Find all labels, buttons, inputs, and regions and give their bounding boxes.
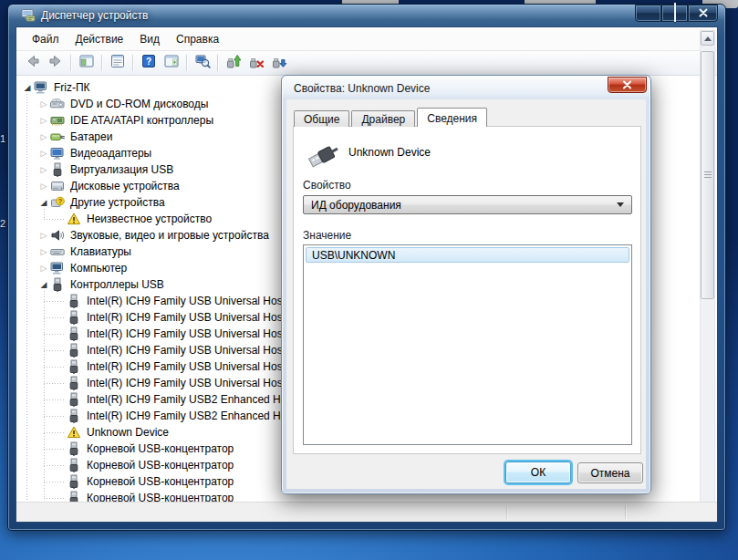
usb-icon bbox=[67, 327, 85, 341]
value-label: Значение bbox=[303, 229, 351, 242]
tab-general[interactable]: Общие bbox=[294, 110, 349, 127]
close-button[interactable] bbox=[688, 5, 718, 22]
maximize-icon bbox=[674, 5, 676, 22]
tree-item-label: Другие устройства bbox=[68, 196, 167, 209]
list-item-selected[interactable]: USB\UNKNOWN bbox=[306, 247, 629, 263]
usb-icon bbox=[67, 458, 85, 472]
usb-device-icon bbox=[306, 141, 342, 174]
other-devices-icon: ? bbox=[50, 195, 68, 210]
ide-controller-icon bbox=[50, 113, 68, 128]
tab-details[interactable]: Сведения bbox=[417, 108, 487, 127]
expand-arrow-icon[interactable]: ▷ bbox=[37, 129, 50, 145]
menu-item-file[interactable]: Файл bbox=[24, 29, 68, 49]
audio-icon bbox=[50, 228, 68, 243]
computer-icon bbox=[34, 80, 52, 95]
expand-arrow-icon[interactable]: ▷ bbox=[37, 244, 50, 260]
update-driver-button[interactable] bbox=[222, 53, 244, 74]
help-button[interactable]: ? bbox=[137, 53, 160, 74]
tree-item-label: Intel(R) ICH9 Family USB2 Enhanced Ho bbox=[85, 410, 288, 422]
tree-item-label: Intel(R) ICH9 Family USB Universal Host bbox=[85, 344, 287, 357]
usb-icon bbox=[67, 491, 85, 502]
usb-icon bbox=[67, 441, 85, 456]
expand-arrow-icon[interactable]: ▷ bbox=[37, 161, 50, 178]
usb-icon bbox=[67, 343, 85, 358]
tree-item-label: Корневой USB-концентратор bbox=[85, 492, 235, 502]
tree-item-label: Видеоадаптеры bbox=[68, 147, 153, 160]
tree-item-label: Виртуализация USB bbox=[68, 163, 175, 176]
window-title: Диспетчер устройств bbox=[41, 9, 148, 22]
expand-arrow-icon[interactable]: ▷ bbox=[37, 145, 50, 161]
usb-icon bbox=[67, 392, 85, 407]
usb-icon bbox=[67, 310, 85, 325]
minimize-button[interactable] bbox=[635, 5, 661, 22]
menu-item-view[interactable]: Вид bbox=[131, 29, 168, 49]
update-driver-icon bbox=[225, 53, 242, 73]
battery-icon bbox=[50, 130, 68, 144]
action-pane-button[interactable] bbox=[160, 53, 182, 74]
uninstall-device-button[interactable] bbox=[244, 53, 267, 74]
title-bar[interactable]: Диспетчер устройств bbox=[8, 5, 725, 26]
tree-item-label: Intel(R) ICH9 Family USB Universal Host bbox=[85, 327, 287, 340]
tree-item-label: Intel(R) ICH9 Family USB Universal Host bbox=[85, 311, 287, 324]
tab-strip: Общие Драйвер Сведения bbox=[294, 108, 489, 127]
tree-item-label: Intel(R) ICH9 Family USB Universal Host bbox=[85, 295, 287, 307]
back-button[interactable] bbox=[21, 53, 44, 74]
tree-item-label: Звуковые, видео и игровые устройства bbox=[68, 229, 271, 242]
expand-arrow-icon[interactable]: ▷ bbox=[37, 227, 50, 244]
disable-device-icon bbox=[271, 53, 287, 73]
expand-arrow-icon[interactable]: ▷ bbox=[37, 260, 50, 276]
expand-arrow-icon[interactable]: ▷ bbox=[37, 112, 50, 129]
property-label: Свойство bbox=[303, 179, 351, 192]
tree-item-label: Unknown Device bbox=[85, 426, 171, 439]
desktop-icon-label-fragment: 1 bbox=[0, 133, 5, 144]
tree-item-label: Корневой USB-концентратор bbox=[85, 475, 235, 488]
console-tree-button[interactable] bbox=[75, 53, 98, 74]
usb-icon bbox=[67, 409, 85, 423]
warning-icon bbox=[67, 212, 85, 226]
menu-bar: Файл Действие Вид Справка bbox=[16, 27, 717, 51]
back-icon bbox=[25, 53, 41, 73]
scan-hardware-icon bbox=[194, 53, 211, 73]
tree-scrollbar[interactable] bbox=[700, 30, 715, 520]
desktop-icon-label-fragment: 2 bbox=[0, 218, 5, 229]
scan-hardware-button[interactable] bbox=[191, 53, 213, 74]
properties-button[interactable] bbox=[106, 53, 129, 74]
cancel-button[interactable]: Отмена bbox=[577, 462, 643, 483]
forward-icon bbox=[47, 53, 64, 73]
usb-icon bbox=[50, 277, 68, 292]
disk-drive-icon bbox=[50, 179, 68, 193]
disable-device-button[interactable] bbox=[267, 53, 290, 74]
scrollbar-thumb[interactable] bbox=[701, 51, 714, 299]
property-dropdown[interactable]: ИД оборудования bbox=[303, 195, 632, 214]
collapse-arrow-icon[interactable]: ◢ bbox=[37, 194, 50, 211]
tree-item-label: Батареи bbox=[68, 130, 114, 143]
tab-driver[interactable]: Драйвер bbox=[351, 110, 415, 127]
close-icon bbox=[698, 5, 709, 22]
dialog-client-area: Общие Драйвер Сведения Unknown Device Св… bbox=[286, 99, 646, 489]
expand-arrow-icon[interactable]: ▷ bbox=[37, 96, 50, 112]
tree-item-label: IDE ATA/ATAPI контроллеры bbox=[68, 114, 215, 127]
menu-item-help[interactable]: Справка bbox=[168, 29, 227, 49]
tree-item-label: Intel(R) ICH9 Family USB2 Enhanced Ho bbox=[85, 393, 288, 406]
properties-icon bbox=[109, 53, 126, 73]
scroll-up-button[interactable] bbox=[701, 31, 714, 46]
toolbar-separator bbox=[70, 55, 71, 71]
usb-icon bbox=[67, 376, 85, 390]
value-listbox[interactable]: USB\UNKNOWN bbox=[303, 244, 632, 445]
toolbar-separator bbox=[186, 55, 187, 71]
properties-dialog: Свойства: Unknown Device Общие Драйвер С… bbox=[281, 75, 651, 494]
forward-button[interactable] bbox=[44, 53, 67, 74]
menu-item-action[interactable]: Действие bbox=[68, 29, 132, 49]
property-dropdown-value: ИД оборудования bbox=[311, 199, 401, 212]
dialog-close-button[interactable] bbox=[608, 77, 647, 93]
collapse-arrow-icon[interactable]: ◢ bbox=[21, 79, 34, 96]
toolbar-separator bbox=[217, 55, 218, 71]
ok-button[interactable]: ОК bbox=[505, 461, 571, 483]
tree-item-label: Компьютер bbox=[68, 262, 129, 275]
collapse-arrow-icon[interactable]: ◢ bbox=[37, 276, 50, 293]
usb-icon bbox=[50, 162, 68, 177]
tree-item-label: Intel(R) ICH9 Family USB Universal Host bbox=[85, 360, 287, 373]
maximize-button[interactable] bbox=[661, 5, 688, 22]
computer-icon bbox=[50, 261, 68, 275]
expand-arrow-icon[interactable]: ▷ bbox=[37, 178, 50, 194]
